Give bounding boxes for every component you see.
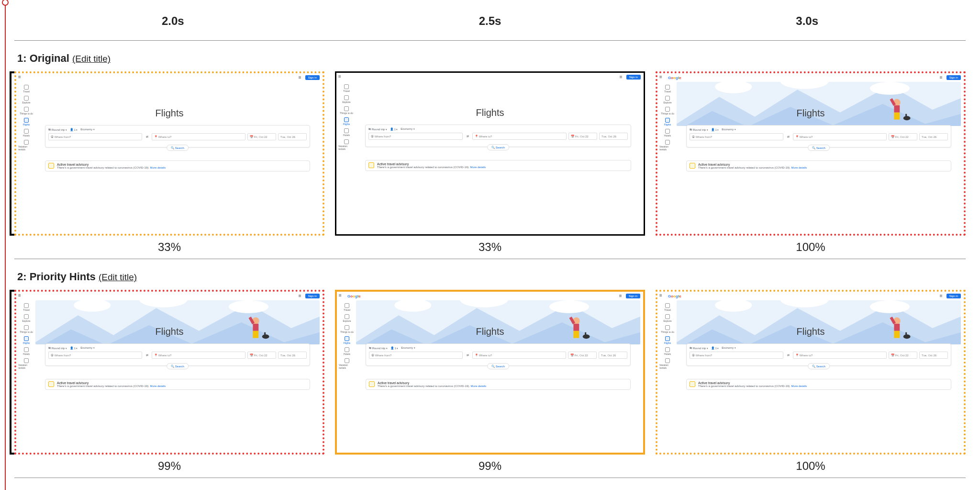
sidebar-item-0[interactable]: Travel (338, 84, 355, 92)
cabin-select[interactable]: Economy (401, 127, 414, 131)
sidebar-item-1[interactable]: Explore (659, 96, 676, 104)
sign-in-button[interactable]: Sign in (626, 294, 640, 298)
sidebar-item-0[interactable]: Travel (659, 303, 676, 311)
to-input[interactable]: 📍 Where to? (472, 133, 567, 140)
sidebar-item-3[interactable]: Flights (18, 118, 34, 126)
search-button[interactable]: 🔍 Search (808, 363, 830, 369)
trip-type-select[interactable]: ⇆ Round trip (690, 346, 708, 350)
swap-icon[interactable]: ⇄ (465, 352, 470, 359)
apps-icon[interactable] (620, 75, 624, 79)
date-back-input[interactable]: Tue, Oct 26 (278, 133, 307, 140)
date-back-input[interactable]: Tue, Oct 26 (919, 133, 948, 140)
sidebar-item-1[interactable]: Explore (338, 95, 355, 103)
apps-icon[interactable] (940, 76, 944, 80)
date-out-input[interactable]: 📅 Fri, Oct 22 (889, 133, 917, 140)
cabin-select[interactable]: Economy (80, 346, 94, 350)
apps-icon[interactable] (299, 76, 302, 80)
date-back-input[interactable]: Tue, Oct 26 (599, 352, 627, 359)
sidebar-item-3[interactable]: Flights (18, 336, 34, 344)
to-input[interactable]: 📍 Where to? (472, 352, 566, 359)
date-out-input[interactable]: 📅 Fri, Oct 22 (889, 352, 917, 359)
passenger-select[interactable]: 👤 1 (70, 346, 78, 350)
sidebar-item-5[interactable]: Vacation rentals (659, 140, 676, 151)
sidebar-item-1[interactable]: Explore (339, 314, 355, 322)
date-back-input[interactable]: Tue, Oct 26 (278, 352, 307, 359)
passenger-select[interactable]: 👤 1 (390, 127, 398, 131)
sidebar-item-5[interactable]: Vacation rentals (659, 358, 676, 369)
hamburger-icon[interactable]: ≡ (338, 75, 342, 79)
from-input[interactable]: ⦿ Where from? (369, 352, 463, 359)
from-input[interactable]: ⦿ Where from? (368, 133, 463, 140)
passenger-select[interactable]: 👤 1 (390, 346, 398, 350)
search-button[interactable]: 🔍 Search (487, 363, 509, 369)
search-button[interactable]: 🔍 Search (167, 363, 189, 369)
from-input[interactable]: ⦿ Where from? (48, 133, 142, 140)
date-out-input[interactable]: 📅 Fri, Oct 22 (247, 133, 276, 140)
sign-in-button[interactable]: Sign in (305, 294, 320, 298)
advisory-link[interactable]: More details (150, 385, 166, 387)
sidebar-item-4[interactable]: Hotels (659, 347, 676, 355)
sidebar-item-3[interactable]: Flights (659, 336, 676, 344)
sidebar-item-5[interactable]: Vacation rentals (18, 140, 34, 151)
from-input[interactable]: ⦿ Where from? (48, 352, 142, 359)
filmstrip-frame[interactable]: ≡ Sign in Travel Explore Things to do Fl… (335, 71, 645, 236)
hamburger-icon[interactable]: ≡ (18, 75, 22, 79)
swap-icon[interactable]: ⇄ (785, 352, 791, 359)
hamburger-icon[interactable]: ≡ (18, 294, 22, 297)
search-button[interactable]: 🔍 Search (487, 144, 509, 150)
cabin-select[interactable]: Economy (722, 346, 735, 350)
sign-in-button[interactable]: Sign in (626, 75, 641, 80)
sidebar-item-4[interactable]: Hotels (18, 347, 34, 355)
apps-icon[interactable] (940, 294, 944, 298)
trip-type-select[interactable]: ⇆ Round trip (48, 128, 67, 131)
sidebar-item-5[interactable]: Vacation rentals (18, 358, 34, 369)
date-out-input[interactable]: 📅 Fri, Oct 22 (568, 133, 597, 140)
sidebar-item-4[interactable]: Hotels (339, 347, 355, 355)
passenger-select[interactable]: 👤 1 (711, 346, 719, 350)
sidebar-item-0[interactable]: Travel (18, 85, 34, 93)
cabin-select[interactable]: Economy (401, 346, 415, 350)
hamburger-icon[interactable]: ≡ (659, 75, 663, 79)
swap-icon[interactable]: ⇄ (785, 133, 791, 140)
sidebar-item-3[interactable]: Flights (339, 336, 355, 344)
advisory-link[interactable]: More details (150, 166, 166, 169)
swap-icon[interactable]: ⇄ (144, 352, 150, 359)
sidebar-item-4[interactable]: Hotels (659, 129, 676, 137)
date-back-input[interactable]: Tue, Oct 26 (599, 133, 628, 140)
trip-type-select[interactable]: ⇆ Round trip (369, 346, 388, 350)
swap-icon[interactable]: ⇄ (144, 133, 150, 140)
sidebar-item-0[interactable]: Travel (339, 303, 355, 311)
sidebar-item-3[interactable]: Flights (338, 117, 355, 125)
advisory-link[interactable]: More details (791, 385, 807, 387)
to-input[interactable]: 📍 Where to? (152, 133, 245, 140)
trip-type-select[interactable]: ⇆ Round trip (48, 346, 67, 350)
sign-in-button[interactable]: Sign in (947, 75, 961, 80)
search-button[interactable]: 🔍 Search (167, 145, 189, 151)
advisory-link[interactable]: More details (470, 166, 486, 169)
trip-type-select[interactable]: ⇆ Round trip (368, 127, 387, 131)
sidebar-item-0[interactable]: Travel (659, 85, 676, 93)
hamburger-icon[interactable]: ≡ (659, 294, 663, 297)
edit-title-link[interactable]: (Edit title) (72, 54, 111, 64)
sidebar-item-1[interactable]: Explore (659, 314, 676, 322)
sign-in-button[interactable]: Sign in (947, 294, 961, 298)
swap-icon[interactable]: ⇄ (465, 133, 470, 140)
sidebar-item-5[interactable]: Vacation rentals (338, 139, 355, 150)
apps-icon[interactable] (299, 294, 302, 298)
sidebar-item-4[interactable]: Hotels (18, 129, 34, 137)
to-input[interactable]: 📍 Where to? (793, 133, 887, 140)
trip-type-select[interactable]: ⇆ Round trip (690, 128, 708, 131)
date-out-input[interactable]: 📅 Fri, Oct 22 (568, 352, 597, 359)
filmstrip-frame[interactable]: ≡ Sign in Travel Explore Things to do Fl… (14, 290, 324, 454)
date-back-input[interactable]: Tue, Oct 26 (919, 352, 948, 359)
advisory-link[interactable]: More details (471, 385, 487, 387)
hamburger-icon[interactable]: ≡ (339, 294, 343, 297)
to-input[interactable]: 📍 Where to? (152, 352, 245, 359)
search-button[interactable]: 🔍 Search (808, 145, 830, 151)
cabin-select[interactable]: Economy (80, 128, 94, 131)
edit-title-link[interactable]: (Edit title) (99, 272, 137, 282)
date-out-input[interactable]: 📅 Fri, Oct 22 (247, 352, 276, 359)
filmstrip-frame[interactable]: ≡ Google Sign in Travel Explore Things t… (335, 290, 645, 454)
sidebar-item-4[interactable]: Hotels (338, 128, 355, 137)
sidebar-item-1[interactable]: Explore (18, 96, 34, 104)
